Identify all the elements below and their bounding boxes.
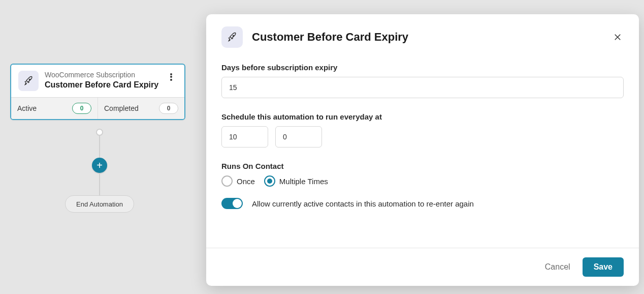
- close-icon: [613, 33, 622, 42]
- svg-point-0: [29, 79, 30, 80]
- svg-point-1: [233, 35, 234, 36]
- runs-on-contact-label: Runs On Contact: [221, 162, 624, 170]
- days-before-label: Days before subscription expiry: [221, 63, 624, 72]
- runs-multiple-option[interactable]: Multiple Times: [264, 175, 328, 187]
- node-title: Customer Before Card Expiry: [45, 80, 159, 90]
- runs-multiple-label: Multiple Times: [279, 177, 328, 186]
- stat-active-label: Active: [17, 104, 37, 112]
- node-menu-button[interactable]: [165, 71, 177, 83]
- close-button[interactable]: [611, 31, 624, 43]
- save-button[interactable]: Save: [583, 257, 624, 277]
- schedule-label: Schedule this automation to run everyday…: [221, 112, 624, 121]
- radio-checked-icon: [264, 175, 275, 187]
- runs-once-option[interactable]: Once: [221, 175, 255, 187]
- stat-completed-count: 0: [159, 103, 178, 114]
- days-before-input[interactable]: [221, 77, 624, 98]
- node-output-port[interactable]: [96, 129, 103, 136]
- vertical-dots-icon: [170, 72, 172, 81]
- cancel-button[interactable]: Cancel: [545, 262, 570, 272]
- rocket-icon: [221, 26, 243, 48]
- settings-modal: Customer Before Card Expiry Days before …: [206, 14, 639, 286]
- add-step-button[interactable]: +: [92, 158, 107, 173]
- runs-once-label: Once: [237, 177, 255, 186]
- connector-line: [99, 136, 100, 158]
- stat-completed[interactable]: Completed 0: [98, 98, 184, 119]
- plus-icon: +: [96, 160, 103, 171]
- end-automation-label: End Automation: [76, 200, 123, 208]
- node-subtitle: WooCommerce Subscription: [45, 71, 159, 79]
- radio-icon: [221, 175, 233, 187]
- flow-trigger-node[interactable]: WooCommerce Subscription Customer Before…: [10, 64, 185, 120]
- modal-title: Customer Before Card Expiry: [252, 31, 602, 44]
- reenter-toggle[interactable]: [221, 198, 243, 209]
- rocket-icon: [18, 71, 39, 91]
- schedule-hour-input[interactable]: [221, 126, 268, 148]
- stat-completed-label: Completed: [104, 104, 139, 112]
- connector-line: [99, 173, 100, 195]
- schedule-minute-input[interactable]: [275, 126, 322, 148]
- reenter-label: Allow currently active contacts in this …: [252, 199, 474, 208]
- stat-active-count: 0: [72, 103, 91, 114]
- stat-active[interactable]: Active 0: [11, 98, 98, 119]
- end-automation-node[interactable]: End Automation: [65, 195, 134, 213]
